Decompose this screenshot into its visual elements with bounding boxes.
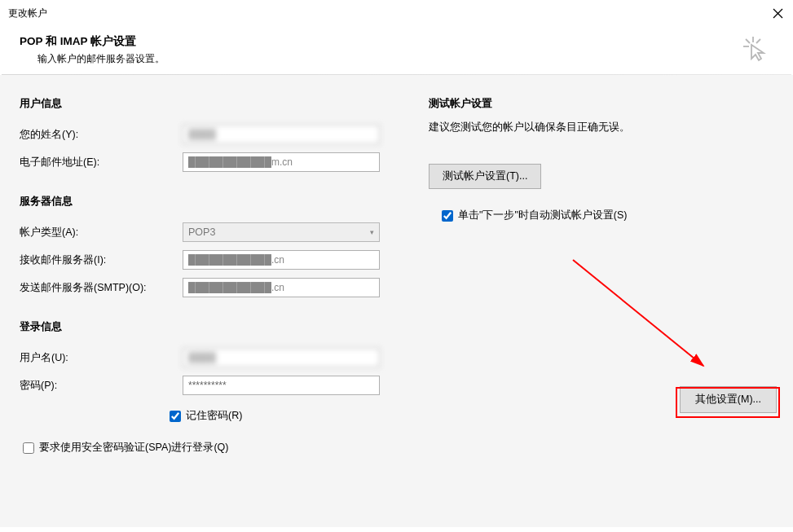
remember-password-label: 记住密码(R)	[186, 409, 242, 423]
account-type-value: POP3	[188, 226, 215, 238]
password-input[interactable]	[183, 376, 380, 395]
auto-test-checkbox[interactable]	[442, 210, 453, 222]
your-name-label: 您的姓名(Y):	[20, 128, 183, 142]
user-info-title: 用户信息	[20, 96, 411, 111]
email-input[interactable]	[183, 152, 380, 172]
remember-password-checkbox[interactable]	[170, 411, 181, 422]
svg-line-5	[756, 39, 760, 43]
header-title: POP 和 IMAP 帐户设置	[20, 34, 165, 49]
auto-test-label: 单击"下一步"时自动测试帐户设置(S)	[458, 209, 628, 222]
window-title: 更改帐户	[8, 7, 47, 20]
your-name-input[interactable]	[183, 125, 380, 144]
spa-row[interactable]: 要求使用安全密码验证(SPA)进行登录(Q)	[23, 441, 411, 455]
test-settings-desc: 建议您测试您的帐户以确保条目正确无误。	[429, 121, 773, 134]
incoming-input[interactable]	[183, 250, 380, 270]
server-info-title: 服务器信息	[20, 194, 411, 209]
test-settings-title: 测试帐户设置	[429, 96, 773, 111]
test-account-button[interactable]: 测试帐户设置(T)...	[429, 164, 541, 189]
cursor-click-icon	[741, 34, 769, 62]
incoming-label: 接收邮件服务器(I):	[20, 253, 183, 267]
account-type-label: 帐户类型(A):	[20, 226, 183, 240]
outgoing-label: 发送邮件服务器(SMTP)(O):	[20, 281, 183, 295]
remember-password-row[interactable]: 记住密码(R)	[170, 409, 411, 423]
username-input[interactable]	[183, 348, 380, 367]
other-settings-button[interactable]: 其他设置(M)...	[680, 386, 777, 413]
footer-area	[0, 488, 793, 527]
login-info-title: 登录信息	[20, 319, 411, 334]
svg-line-4	[746, 39, 750, 43]
account-type-select: POP3 ▾	[183, 222, 380, 242]
outgoing-input[interactable]	[183, 278, 380, 297]
username-label: 用户名(U):	[20, 351, 183, 365]
chevron-down-icon: ▾	[370, 228, 374, 236]
password-label: 密码(P):	[20, 379, 183, 393]
email-label: 电子邮件地址(E):	[20, 156, 183, 169]
spa-checkbox[interactable]	[23, 442, 34, 454]
auto-test-row[interactable]: 单击"下一步"时自动测试帐户设置(S)	[442, 209, 773, 222]
header-subtitle: 输入帐户的邮件服务器设置。	[37, 52, 165, 66]
spa-label: 要求使用安全密码验证(SPA)进行登录(Q)	[39, 441, 228, 455]
close-icon[interactable]	[770, 6, 785, 20]
